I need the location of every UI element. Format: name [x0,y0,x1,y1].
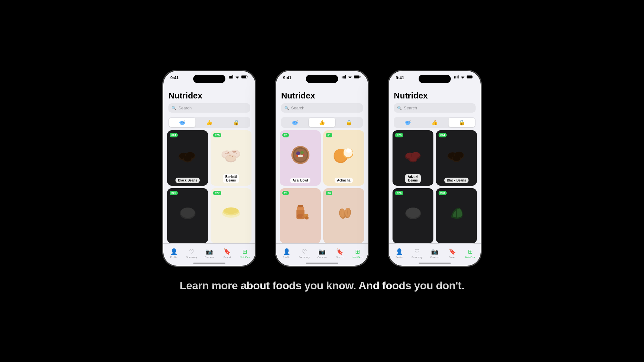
segment-all-1[interactable]: 🥣 [169,118,195,127]
food-badge-23: #23 [395,133,403,137]
tab-profile-label-3: Profile [395,256,403,259]
food-label-black-beans: Black Beans [175,178,200,183]
tab-saved-3[interactable]: 🔖 Saved [444,248,461,259]
tab-profile-icon-1: 👤 [170,248,177,255]
svg-point-43 [346,149,351,153]
svg-point-37 [296,155,298,157]
svg-rect-55 [454,76,455,79]
segment-lock-2[interactable]: 🔒 [336,118,362,127]
status-icons-1 [229,75,248,79]
food-badge-2: #2 [282,191,289,195]
tab-summary-3[interactable]: ♡ Summary [408,248,426,259]
segment-all-2[interactable]: 🥣 [282,118,308,127]
phone-3-screen: 9:41 Nutridex 🔍 Search 🥣 👍 [389,71,481,266]
search-bar-3[interactable]: 🔍 Search [394,103,476,113]
app-header-3: Nutridex 🔍 Search [389,88,481,115]
food-card-28[interactable]: #28 [436,188,477,244]
food-card-black-beans-3[interactable]: #24 Black Beans [436,130,477,186]
app-header-2: Nutridex 🔍 Search [276,88,368,115]
segment-thumbs-1[interactable]: 👍 [196,118,223,127]
food-card-27[interactable]: #27 [211,188,251,244]
phone-1: 9:41 Nutridex 🔍 Search 🥣 👍 [163,70,256,266]
svg-rect-6 [247,77,248,78]
svg-rect-57 [457,76,458,79]
food-label-acai-bowl: Acai Bowl [290,178,311,183]
segment-thumbs-2[interactable]: 👍 [309,118,335,127]
tab-profile-3[interactable]: 👤 Profile [390,248,408,259]
tab-saved-1[interactable]: 🔖 Saved [218,248,236,259]
tab-summary-label-2: Summary [299,256,310,259]
tab-camera-2[interactable]: 📷 Camera [313,248,331,259]
tab-profile-1[interactable]: 👤 Profile [165,248,183,259]
tab-camera-3[interactable]: 📷 Camera [426,248,443,259]
food-badge-26-3: #26 [395,191,403,195]
food-card-2[interactable]: #2 [280,188,321,244]
tab-summary-icon-3: ♡ [414,248,420,255]
phones-container: 9:41 Nutridex 🔍 Search 🥣 👍 [163,70,481,266]
food-card-26[interactable]: #26 [167,188,208,244]
search-bar-2[interactable]: 🔍 Search [281,103,363,113]
search-placeholder-3: Search [404,106,417,110]
tab-nutridex-2[interactable]: ⊞ NutriDex [349,248,366,259]
phone-1-screen: 9:41 Nutridex 🔍 Search 🥣 👍 [163,71,255,266]
search-bar-1[interactable]: 🔍 Search [168,103,250,113]
svg-rect-25 [343,76,344,79]
segment-thumbs-3[interactable]: 👍 [421,118,448,127]
tab-camera-1[interactable]: 📷 Camera [200,248,218,259]
tab-summary-2[interactable]: ♡ Summary [295,248,313,259]
tab-profile-icon-3: 👤 [396,248,403,255]
tab-nutridex-1[interactable]: ⊞ NutriDex [236,248,254,259]
app-title-1: Nutridex [168,91,250,101]
svg-rect-1 [230,76,231,79]
food-label-adzuki: AdzukiBeans [405,174,421,183]
svg-point-12 [184,156,191,162]
food-grid-3: #23 AdzukiBeans [389,130,481,243]
food-grid-2: #0 [276,130,368,243]
svg-rect-24 [342,76,343,79]
food-card-achacha[interactable]: #1 Achacha [323,130,364,186]
svg-point-35 [300,151,304,154]
tab-summary-icon-2: ♡ [302,248,307,255]
segment-control-1: 🥣 👍 🔒 [168,117,250,128]
food-label-black-beans-3: Black Beans [444,178,469,183]
svg-point-67 [410,156,417,161]
svg-rect-2 [231,76,232,79]
svg-rect-58 [458,75,459,79]
segment-all-3[interactable]: 🥣 [394,118,421,127]
svg-rect-5 [242,76,246,78]
dynamic-island-1 [193,75,225,83]
food-card-borlotti[interactable]: #25 [211,130,251,186]
app-title-2: Nutridex [281,91,363,101]
svg-rect-27 [345,75,346,79]
tab-camera-icon-2: 📷 [318,248,326,255]
tab-profile-2[interactable]: 👤 Profile [278,248,295,259]
tab-saved-icon-1: 🔖 [223,248,231,255]
home-indicator-2 [306,263,338,264]
tab-nutridex-3[interactable]: ⊞ NutriDex [461,248,479,259]
tab-nutridex-icon-1: ⊞ [242,248,247,255]
phone-2-screen: 9:41 Nutridex 🔍 Search 🥣 👍 [276,71,368,266]
food-badge-28: #28 [439,191,447,195]
svg-point-73 [452,155,460,161]
svg-rect-61 [473,77,473,78]
svg-point-75 [406,208,420,218]
search-icon-3: 🔍 [397,106,402,110]
app-content-1: Nutridex 🔍 Search 🥣 👍 🔒 #24 [163,88,255,266]
tab-summary-icon-1: ♡ [189,248,194,255]
food-card-3[interactable]: #3 [323,188,364,244]
tab-saved-2[interactable]: 🔖 Saved [331,248,349,259]
food-card-black-beans[interactable]: #24 Black Beans [167,130,208,186]
food-badge-0: #0 [282,133,289,137]
tab-summary-1[interactable]: ♡ Summary [183,248,200,259]
tagline: Learn more about foods you know. And foo… [180,279,464,292]
food-card-26-3[interactable]: #26 [393,188,433,244]
segment-lock-3[interactable]: 🔒 [449,118,475,127]
search-placeholder-2: Search [291,106,304,110]
food-card-acai-bowl[interactable]: #0 [280,130,321,186]
tab-camera-label-1: Camera [205,256,214,259]
food-card-adzuki[interactable]: #23 AdzukiBeans [393,130,433,186]
app-title-3: Nutridex [394,91,476,101]
status-icons-3 [454,75,474,79]
segment-lock-1[interactable]: 🔒 [223,118,250,127]
food-badge-24-3: #24 [439,133,447,137]
